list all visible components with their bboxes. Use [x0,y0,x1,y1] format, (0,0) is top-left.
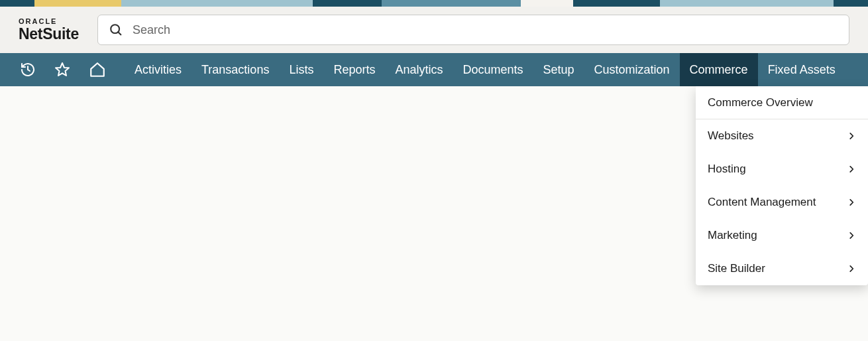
chevron-right-icon [847,131,856,141]
svg-marker-4 [56,63,69,76]
nav-item-reports[interactable]: Reports [323,53,385,86]
brand-logo[interactable]: ORACLE NetSuite [19,18,79,42]
dropdown-item-label: Websites [708,129,754,143]
header: ORACLE NetSuite [0,7,868,53]
nav-item-documents[interactable]: Documents [453,53,533,86]
nav-items: ActivitiesTransactionsListsReportsAnalyt… [125,53,845,86]
search-box[interactable] [97,15,849,45]
nav-item-transactions[interactable]: Transactions [191,53,279,86]
dropdown-item-commerce-overview[interactable]: Commerce Overview [696,86,868,119]
chevron-right-icon [847,198,856,207]
dropdown-item-content-management[interactable]: Content Management [696,186,868,219]
dropdown-item-marketing[interactable]: Marketing [696,219,868,252]
star-icon[interactable] [54,62,70,78]
svg-line-3 [28,70,30,71]
chevron-right-icon [847,165,856,174]
nav-item-customization[interactable]: Customization [584,53,680,86]
decorative-banner [0,0,868,7]
dropdown-item-label: Hosting [708,163,746,176]
history-icon[interactable] [20,62,36,78]
dropdown-item-label: Marketing [708,229,757,242]
nav-item-activities[interactable]: Activities [125,53,191,86]
nav-item-lists[interactable]: Lists [279,53,323,86]
home-icon[interactable] [89,61,106,78]
svg-line-1 [118,32,121,34]
dropdown-item-label: Content Management [708,196,816,209]
main-navbar: ActivitiesTransactionsListsReportsAnalyt… [0,53,868,86]
search-input[interactable] [133,23,838,37]
nav-item-setup[interactable]: Setup [533,53,584,86]
nav-item-fixed-assets[interactable]: Fixed Assets [758,53,845,86]
brand-bottom: NetSuite [19,27,79,42]
dropdown-item-websites[interactable]: Websites [696,119,868,153]
dropdown-item-hosting[interactable]: Hosting [696,153,868,186]
chevron-right-icon [847,231,856,240]
dropdown-item-label: Site Builder [708,262,765,275]
nav-icon-group [0,53,125,86]
search-icon [109,23,123,37]
commerce-dropdown: Commerce OverviewWebsitesHostingContent … [696,86,868,285]
nav-item-analytics[interactable]: Analytics [385,53,453,86]
brand-top: ORACLE [19,18,79,25]
chevron-right-icon [847,264,856,273]
nav-item-commerce[interactable]: Commerce [680,53,758,86]
dropdown-item-site-builder[interactable]: Site Builder [696,252,868,285]
dropdown-item-label: Commerce Overview [708,96,813,109]
